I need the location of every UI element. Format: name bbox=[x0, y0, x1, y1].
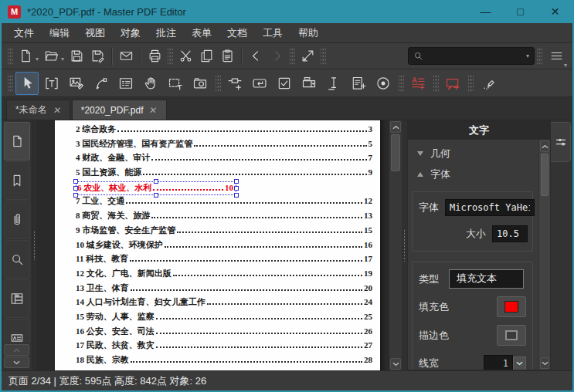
toolbar-grip[interactable] bbox=[8, 74, 13, 93]
fill-color-button[interactable] bbox=[497, 296, 526, 317]
panel-splitter[interactable] bbox=[402, 120, 407, 370]
panel-scroll-up[interactable] bbox=[540, 140, 549, 152]
tab-close-icon[interactable]: ✕ bbox=[148, 105, 158, 116]
maximize-button[interactable]: □ bbox=[503, 0, 538, 23]
select-arrow-button[interactable] bbox=[15, 72, 39, 95]
sidebar-scroll-down[interactable] bbox=[4, 357, 29, 368]
copy-button[interactable] bbox=[196, 46, 217, 66]
back-button[interactable] bbox=[246, 46, 267, 66]
document-tab[interactable]: *未命名✕ bbox=[6, 100, 70, 120]
toolbar-grip[interactable] bbox=[468, 74, 474, 93]
menu-item[interactable]: 编辑 bbox=[42, 24, 77, 42]
selection-box[interactable]: 6 农业、林业、水利10 bbox=[76, 181, 236, 195]
toolbar-grip[interactable] bbox=[168, 47, 173, 66]
menu-item[interactable]: 表单 bbox=[184, 24, 219, 42]
search-panel-button[interactable] bbox=[4, 240, 30, 279]
toc-line[interactable]: 7 工业、交通12 bbox=[76, 195, 372, 210]
line-width-input[interactable] bbox=[484, 355, 513, 370]
toc-line[interactable]: 17 民政、扶贫、救灾27 bbox=[76, 340, 372, 354]
email-button[interactable] bbox=[116, 46, 137, 66]
search-input[interactable] bbox=[423, 51, 526, 62]
minimize-button[interactable]: — bbox=[468, 0, 503, 23]
form-listbox-button[interactable] bbox=[114, 72, 138, 95]
toc-line[interactable]: 9 市场监管、安全生产监管15 bbox=[76, 225, 372, 239]
sidebar-scroll-up[interactable] bbox=[4, 344, 29, 356]
toolbar-grip[interactable] bbox=[399, 74, 404, 93]
scroll-down-button[interactable] bbox=[390, 358, 401, 370]
save-button[interactable] bbox=[66, 46, 87, 66]
toc-line[interactable]: 10 城乡建设、环境保护16 bbox=[76, 239, 372, 254]
cut-button[interactable] bbox=[175, 46, 196, 66]
font-name-input[interactable] bbox=[445, 199, 535, 216]
doc-fields-button[interactable] bbox=[347, 72, 370, 95]
selection-handle[interactable] bbox=[154, 193, 158, 198]
sticky-note-button[interactable] bbox=[441, 72, 464, 95]
toolbar-grip[interactable] bbox=[216, 74, 221, 93]
text-cursor-button[interactable] bbox=[322, 72, 345, 95]
toc-line[interactable]: 15 劳动、人事、监察25 bbox=[76, 311, 372, 326]
scroll-up-button[interactable] bbox=[390, 121, 401, 133]
menu-item[interactable]: 文档 bbox=[219, 24, 255, 42]
pages-button[interactable] bbox=[4, 122, 30, 161]
save-as-button[interactable] bbox=[87, 46, 108, 66]
panel-scrollbar[interactable] bbox=[538, 140, 550, 370]
menu-item[interactable]: 批注 bbox=[148, 24, 184, 42]
scrollbar-thumb[interactable] bbox=[391, 134, 400, 171]
selection-handle[interactable] bbox=[234, 179, 239, 184]
menu-item[interactable]: 文件 bbox=[6, 24, 42, 42]
close-button[interactable]: ✕ bbox=[538, 0, 572, 23]
main-menu-button[interactable]: ▾ bbox=[546, 46, 567, 66]
link-add-button[interactable] bbox=[223, 72, 246, 95]
form-fields-panel-button[interactable] bbox=[4, 279, 30, 318]
selection-handle[interactable] bbox=[73, 193, 78, 198]
edit-path-button[interactable] bbox=[90, 72, 113, 95]
document-scrollbar[interactable] bbox=[389, 120, 402, 370]
toc-line[interactable]: 8 商贸、海关、旅游13 bbox=[76, 210, 372, 225]
menu-item[interactable]: 帮助 bbox=[290, 24, 326, 42]
toc-line[interactable]: 11 科技、教育17 bbox=[76, 253, 372, 268]
toolbar-grip[interactable] bbox=[290, 47, 295, 66]
selection-handle[interactable] bbox=[154, 179, 158, 184]
toc-line[interactable]: 14 人口与计划生育、妇女儿童工作24 bbox=[76, 296, 372, 311]
section-font[interactable]: 字体 bbox=[408, 164, 538, 184]
selection-handle[interactable] bbox=[234, 193, 239, 198]
search-dropdown-icon[interactable]: ▾ bbox=[526, 52, 529, 59]
hand-button[interactable] bbox=[139, 72, 162, 95]
signature-panel-button[interactable] bbox=[4, 319, 30, 343]
enter-key-button[interactable] bbox=[248, 72, 271, 95]
eraser-button[interactable] bbox=[476, 72, 499, 95]
paste-button[interactable] bbox=[217, 46, 238, 66]
menu-item[interactable]: 视图 bbox=[77, 24, 113, 42]
toc-line[interactable]: 4 财政、金融、审计7 bbox=[76, 152, 372, 167]
open-folder-button[interactable] bbox=[41, 46, 62, 66]
document-tab[interactable]: *2020_PDF.pdf✕ bbox=[72, 100, 167, 120]
new-document-button[interactable] bbox=[15, 46, 36, 66]
toc-line[interactable]: 18 民族、宗教28 bbox=[76, 354, 372, 369]
toc-line[interactable]: 5 国土资源、能源9 bbox=[76, 167, 372, 181]
tab-close-icon[interactable]: ✕ bbox=[52, 105, 62, 116]
font-size-input[interactable] bbox=[492, 225, 528, 242]
panel-scrollbar-thumb[interactable] bbox=[541, 154, 549, 196]
section-geometry[interactable]: 几何 bbox=[408, 143, 538, 164]
search-box[interactable]: ▾ bbox=[408, 47, 535, 65]
selection-handle[interactable] bbox=[234, 186, 239, 191]
selection-handle[interactable] bbox=[73, 179, 78, 184]
toc-line[interactable]: 2 综合政务3 bbox=[76, 123, 372, 138]
stroke-color-button[interactable] bbox=[497, 325, 526, 346]
toc-line[interactable]: 13 卫生、体育20 bbox=[76, 282, 372, 297]
line-width-dropdown-button[interactable] bbox=[513, 357, 526, 370]
add-text-annotation-button[interactable] bbox=[406, 72, 430, 95]
combobox-field-button[interactable] bbox=[297, 72, 321, 95]
forward-button[interactable] bbox=[267, 46, 287, 66]
selection-handle[interactable] bbox=[73, 186, 78, 191]
edit-image-button[interactable] bbox=[65, 72, 88, 95]
toc-line[interactable]: 3 国民经济管理、国有资产监管5 bbox=[76, 138, 372, 153]
snapshot-button[interactable] bbox=[189, 72, 212, 95]
toolbar-grip[interactable] bbox=[8, 47, 13, 66]
toc-line[interactable]: 16 公安、安全、司法26 bbox=[76, 326, 372, 340]
bookmarks-button[interactable] bbox=[4, 161, 30, 200]
menu-item[interactable]: 工具 bbox=[255, 24, 290, 42]
dropdown-caret-icon[interactable]: ▾ bbox=[36, 56, 39, 63]
edit-text-button[interactable] bbox=[40, 72, 63, 95]
toolbar-grip[interactable] bbox=[321, 47, 326, 66]
